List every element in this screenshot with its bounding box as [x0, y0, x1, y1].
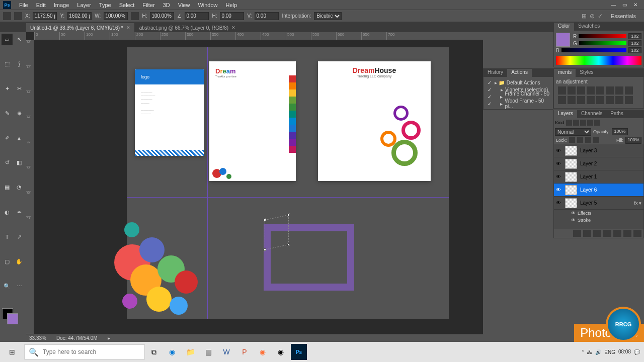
- layer-thumb-icon[interactable]: [565, 172, 577, 182]
- layers-list[interactable]: 👁Layer 3 👁Layer 2 👁Layer 1 👁Layer 6 👁Lay…: [554, 144, 643, 229]
- g-slider[interactable]: [579, 41, 626, 45]
- adj-photo-filter-icon[interactable]: [558, 96, 566, 104]
- tab-actions[interactable]: Actions: [507, 69, 532, 77]
- firefox-icon[interactable]: ◉: [255, 344, 271, 360]
- layer-row[interactable]: 👁Layer 3: [554, 144, 643, 157]
- skew-h-input[interactable]: [220, 12, 244, 20]
- adj-threshold-icon[interactable]: [606, 96, 614, 104]
- color-swatch-icon[interactable]: [556, 33, 570, 47]
- system-tray[interactable]: ˄ 🖧 🔊 ENG 08:08 💬: [582, 349, 644, 355]
- warp-toggle-icon[interactable]: ⊞: [582, 13, 587, 20]
- adj-lookup-icon[interactable]: [577, 96, 585, 104]
- wand-tool-icon[interactable]: ✦: [2, 83, 13, 94]
- marquee-tool-icon[interactable]: ⬚: [2, 58, 13, 69]
- layer-row[interactable]: 👁Layer 1: [554, 170, 643, 184]
- visibility-icon[interactable]: 👁: [556, 148, 562, 153]
- transform-bounding-box[interactable]: [265, 215, 289, 250]
- lock-all-icon[interactable]: [593, 137, 599, 143]
- document-tab-active[interactable]: Untitled-1 @ 33.3% (Layer 6, CMYK/16) * …: [26, 23, 134, 32]
- new-adjustment-icon[interactable]: [603, 230, 611, 237]
- transform-handle[interactable]: [287, 243, 290, 246]
- adj-levels-icon[interactable]: [568, 86, 576, 95]
- menu-image[interactable]: Image: [50, 1, 73, 9]
- b-slider[interactable]: [561, 48, 626, 52]
- layer-name[interactable]: Layer 3: [580, 148, 597, 153]
- reference-point-icon[interactable]: [14, 12, 22, 20]
- menu-3d[interactable]: 3D: [159, 1, 174, 9]
- ruler-vertical[interactable]: 01234567: [26, 40, 34, 342]
- layer-name[interactable]: Layer 1: [580, 174, 597, 179]
- lasso-tool-icon[interactable]: ⟆: [14, 58, 25, 69]
- color-swatches[interactable]: [1, 308, 25, 328]
- tray-chevron-icon[interactable]: ˄: [582, 349, 584, 355]
- layer-row[interactable]: 👁Layer 5fx ▾: [554, 197, 643, 210]
- move-tool-icon[interactable]: ▱: [2, 34, 13, 45]
- lang-icon[interactable]: ENG: [604, 349, 615, 355]
- network-icon[interactable]: 🖧: [587, 349, 592, 355]
- visibility-icon[interactable]: 👁: [556, 174, 562, 179]
- doc-size[interactable]: Doc: 44.7M/54.0M: [56, 335, 98, 341]
- clock[interactable]: 08:08: [618, 349, 631, 355]
- adj-cb-icon[interactable]: [615, 86, 623, 95]
- ruler-horizontal[interactable]: 0501001502002503003504004505005506006507…: [34, 32, 483, 40]
- adj-invert-icon[interactable]: [587, 96, 595, 104]
- menu-view[interactable]: View: [174, 1, 194, 9]
- w-input[interactable]: [104, 12, 128, 20]
- history-brush-icon[interactable]: ↺: [2, 157, 13, 168]
- start-button-icon[interactable]: ⊞: [0, 342, 24, 362]
- y-input[interactable]: [67, 12, 92, 20]
- menu-select[interactable]: Select: [115, 1, 139, 9]
- task-view-icon[interactable]: ⧉: [146, 344, 162, 360]
- blend-mode-select[interactable]: Normal: [555, 128, 591, 136]
- volume-icon[interactable]: 🔊: [595, 349, 601, 355]
- layer-thumb-icon[interactable]: [565, 159, 577, 169]
- menu-edit[interactable]: Edit: [32, 1, 50, 9]
- tab-color[interactable]: Color: [554, 23, 574, 31]
- menu-window[interactable]: Window: [194, 1, 221, 9]
- new-layer-icon[interactable]: [623, 230, 631, 237]
- eraser-tool-icon[interactable]: ◧: [14, 157, 25, 168]
- transform-handle[interactable]: [264, 218, 266, 221]
- interp-select[interactable]: Bicubic: [314, 12, 342, 20]
- canvas-area[interactable]: 0501001502002503003504004505005506006507…: [26, 32, 483, 342]
- adj-bw-icon[interactable]: [625, 86, 633, 95]
- gradient-tool-icon[interactable]: ▦: [2, 182, 13, 193]
- layer-thumb-icon[interactable]: [565, 198, 577, 208]
- taskbar-search[interactable]: 🔍: [24, 344, 145, 359]
- pen-tool-icon[interactable]: ✒: [14, 207, 25, 218]
- tab-channels[interactable]: Channels: [577, 110, 606, 118]
- selection-tool-icon[interactable]: ↖: [14, 34, 25, 45]
- eyedropper-tool-icon[interactable]: ✎: [2, 108, 13, 119]
- layer-effects-row[interactable]: 👁Effects: [554, 210, 643, 217]
- filter-pixel-icon[interactable]: [566, 120, 572, 126]
- tab-paths[interactable]: Paths: [606, 110, 627, 118]
- layer-stroke-row[interactable]: 👁Stroke: [554, 217, 643, 224]
- tab-adjustments[interactable]: ments: [554, 69, 576, 77]
- fx-badge[interactable]: fx ▾: [634, 201, 641, 206]
- notifications-icon[interactable]: 💬: [634, 349, 640, 355]
- adj-vibrance-icon[interactable]: [596, 86, 604, 95]
- transform-tool-icon[interactable]: [3, 12, 11, 20]
- adj-posterize-icon[interactable]: [596, 96, 604, 104]
- action-row[interactable]: ✓▸ Wood Frame - 50 pi...: [486, 100, 551, 107]
- h-input[interactable]: [150, 12, 174, 20]
- link-wh-icon[interactable]: [131, 12, 139, 20]
- photoshop-icon[interactable]: Ps: [291, 344, 307, 360]
- transform-handle[interactable]: [287, 213, 290, 216]
- action-set-row[interactable]: ✓▸ 📁 Default Actions: [486, 79, 551, 86]
- tab-swatches[interactable]: Swatches: [574, 23, 604, 31]
- adj-selective-icon[interactable]: [625, 96, 633, 104]
- b-value[interactable]: 102: [628, 47, 641, 53]
- search-input[interactable]: [43, 348, 140, 355]
- menu-help[interactable]: Help: [222, 1, 242, 9]
- filter-adj-icon[interactable]: [573, 120, 579, 126]
- tab-close-icon[interactable]: ✕: [231, 25, 235, 30]
- adj-hue-icon[interactable]: [606, 86, 614, 95]
- r-value[interactable]: 102: [628, 33, 641, 39]
- lock-transparency-icon[interactable]: [569, 137, 575, 143]
- tab-layers[interactable]: Layers: [554, 110, 577, 118]
- explorer-icon[interactable]: 📁: [182, 344, 198, 360]
- lock-position-icon[interactable]: [585, 137, 591, 143]
- guide-horizontal[interactable]: [127, 197, 449, 198]
- layer-style-icon[interactable]: [583, 230, 591, 237]
